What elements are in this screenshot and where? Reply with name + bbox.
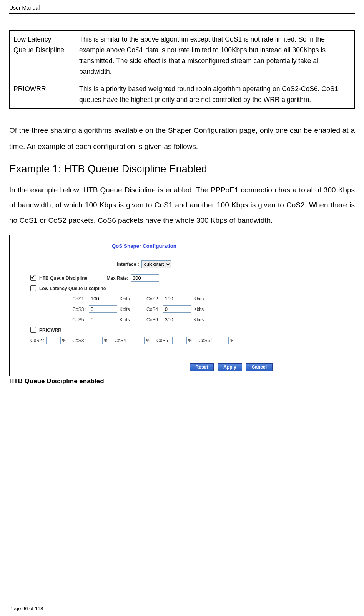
prio-cos6-input[interactable] [214, 337, 229, 344]
term-cell: Low Latency Queue Discipline [10, 31, 75, 80]
cos2-label: CoS2 : [140, 296, 161, 302]
cos5-unit: Kbits [120, 317, 130, 322]
max-rate-input[interactable] [131, 274, 159, 282]
htb-label: HTB Queue Discipline [39, 275, 87, 281]
cos5-label: CoS5 : [66, 317, 86, 322]
lowlat-label: Low Latency Queue Discipline [39, 286, 106, 291]
cos4-unit: Kbits [194, 307, 204, 312]
reset-button[interactable]: Reset [190, 363, 214, 371]
header-rule-top [9, 13, 355, 14]
header-rule-bottom [9, 15, 355, 15]
apply-button[interactable]: Apply [218, 363, 242, 371]
prio-cos3-pct: % [104, 338, 108, 343]
prio-cos4-label: CoS4 : [115, 338, 129, 343]
example-paragraph: In the example below, HTB Queue Discipli… [9, 182, 355, 229]
table-row: Low Latency Queue Discipline This is sim… [10, 31, 355, 80]
cos2-input[interactable] [163, 295, 191, 302]
prio-cos5-label: CoS5 : [156, 338, 171, 343]
page-footer: Page 96 of 118 [9, 602, 355, 611]
cos6-label: CoS6 : [140, 317, 161, 322]
prio-cos2-label: CoS2 : [30, 338, 45, 343]
prio-cos3-input[interactable] [88, 337, 103, 344]
table-row: PRIOWRR This is a priority based weighte… [10, 80, 355, 109]
cancel-button[interactable]: Cancel [246, 363, 273, 371]
prio-cos4-pct: % [146, 338, 150, 343]
interface-label: Interface : [117, 262, 139, 267]
cos4-input[interactable] [163, 305, 191, 313]
prio-cos2-input[interactable] [46, 337, 61, 344]
cos6-input[interactable] [163, 316, 191, 323]
cos3-input[interactable] [89, 305, 117, 313]
prio-cos6-pct: % [230, 338, 234, 343]
prio-cos5-input[interactable] [172, 337, 187, 344]
htb-checkbox[interactable] [30, 275, 36, 281]
max-rate-label: Max Rate: [106, 275, 128, 281]
cos1-unit: Kbits [120, 296, 130, 302]
priowrr-label: PRIOWRR [39, 327, 61, 333]
cos3-label: CoS3 : [66, 307, 86, 312]
cos2-unit: Kbits [194, 296, 204, 302]
term-cell: PRIOWRR [10, 80, 75, 109]
prio-cos5-pct: % [188, 338, 193, 343]
cos1-label: CoS1 : [66, 296, 86, 302]
prio-cos3-label: CoS3 : [72, 338, 86, 343]
desc-cell: This is similar to the above algorithm e… [75, 31, 355, 80]
priowrr-checkbox[interactable] [30, 327, 36, 333]
cos5-input[interactable] [89, 316, 117, 323]
cos-grid: CoS1 : Kbits CoS2 : Kbits CoS3 : Kbits C… [66, 295, 273, 323]
desc-cell: This is a priority based weighted round … [75, 80, 355, 109]
cos3-unit: Kbits [120, 307, 130, 312]
cos6-unit: Kbits [194, 317, 204, 322]
prio-cos6-label: CoS6 : [198, 338, 213, 343]
cos4-label: CoS4 : [140, 307, 161, 312]
example-heading: Example 1: HTB Queue Discipline Enabled [9, 163, 355, 175]
figure-caption: HTB Queue Discipline enabled [9, 377, 355, 385]
cos1-input[interactable] [89, 295, 117, 302]
definitions-table: Low Latency Queue Discipline This is sim… [9, 30, 355, 109]
lowlat-checkbox[interactable] [30, 285, 36, 291]
interface-select[interactable]: quickstart [141, 260, 171, 268]
intro-paragraph: Of the three shaping algorithms availabl… [9, 122, 355, 155]
footer-page-number: Page 96 of 118 [9, 606, 43, 611]
qos-shaper-figure: QoS Shaper Configuration Interface : qui… [9, 235, 279, 376]
prio-cos4-input[interactable] [130, 337, 145, 344]
prio-cos2-pct: % [62, 338, 66, 343]
figure-title: QoS Shaper Configuration [16, 243, 273, 249]
page-header: User Manual [9, 5, 355, 13]
